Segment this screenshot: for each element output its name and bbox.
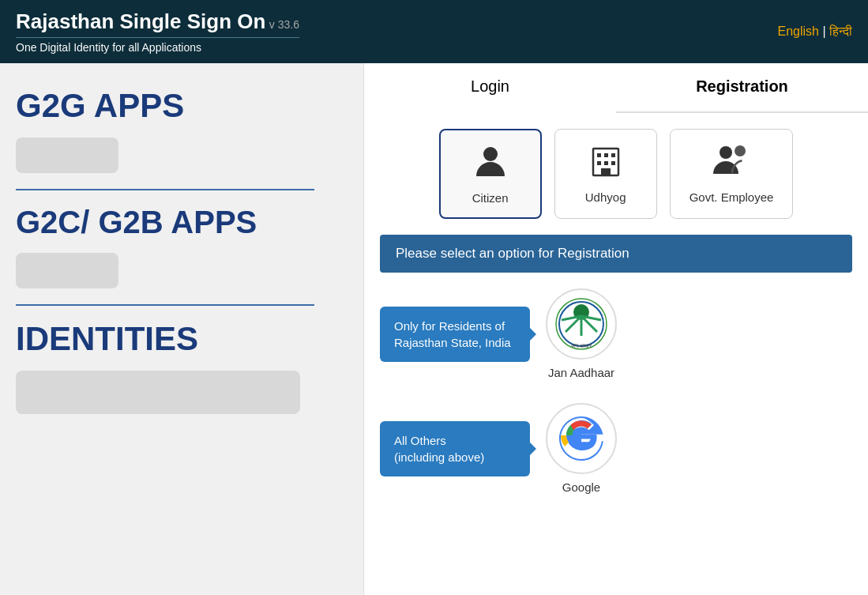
login-option-udhyog[interactable]: Udhyog	[554, 129, 657, 219]
google-tooltip-btn[interactable]: All Others(including above)	[380, 421, 530, 476]
tab-registration[interactable]: Registration	[616, 63, 868, 111]
section-divider-1	[16, 189, 314, 190]
svg-point-9	[720, 146, 732, 159]
citizen-label: Citizen	[460, 191, 521, 205]
section-divider-2	[16, 304, 314, 306]
language-switcher: English | हिन्दी	[777, 24, 852, 39]
registration-banner: Please select an option for Registration	[380, 235, 852, 273]
svg-rect-6	[604, 161, 608, 165]
svg-rect-3	[604, 153, 608, 157]
svg-point-10	[735, 145, 746, 156]
login-options: Citizen Udhyog	[364, 113, 868, 235]
google-label: Google	[562, 480, 600, 494]
hindi-lang-link[interactable]: हिन्दी	[829, 24, 852, 38]
svg-rect-5	[597, 161, 601, 165]
g2g-apps-title: G2G APPS	[16, 87, 348, 125]
google-circle[interactable]: G	[546, 403, 617, 474]
svg-rect-8	[601, 168, 611, 175]
svg-point-0	[483, 147, 498, 161]
jan-aadhaar-row: Only for Residents ofRajasthan State, In…	[380, 288, 852, 379]
govt-employee-label: Govt. Employee	[690, 190, 774, 204]
tab-login[interactable]: Login	[364, 63, 616, 113]
g2c-placeholder-box	[16, 253, 118, 288]
tabs-container: Login Registration	[364, 63, 868, 113]
lang-separator: |	[822, 24, 825, 38]
identities-placeholder-box	[16, 371, 300, 414]
jan-aadhaar-option[interactable]: जन-आधार Jan Aadhaar	[546, 288, 617, 379]
main-container: G2G APPS G2C/ G2B APPS IDENTITIES Login …	[0, 63, 868, 595]
g2g-placeholder-box	[16, 137, 118, 173]
g2c-apps-title: G2C/ G2B APPS	[16, 205, 348, 240]
citizen-icon	[460, 143, 521, 185]
header-title: Rajasthan Single Sign On v 33.6	[16, 9, 299, 34]
jan-aadhaar-tooltip-text: Only for Residents ofRajasthan State, In…	[394, 319, 511, 349]
login-option-govt-employee[interactable]: Govt. Employee	[670, 129, 794, 219]
header-brand: Rajasthan Single Sign On v 33.6 One Digi…	[16, 9, 299, 54]
google-row: All Others(including above)	[380, 403, 852, 494]
jan-aadhaar-tooltip-btn[interactable]: Only for Residents ofRajasthan State, In…	[380, 307, 530, 362]
google-option[interactable]: G Google	[546, 403, 617, 494]
svg-rect-2	[597, 153, 601, 157]
right-panel: Login Registration Citizen	[363, 63, 868, 595]
govt-employee-icon	[690, 142, 774, 184]
udhyog-label: Udhyog	[574, 190, 637, 204]
english-lang-link[interactable]: English	[777, 24, 818, 38]
identities-title: IDENTITIES	[16, 320, 348, 358]
google-tooltip-text: All Others(including above)	[394, 434, 484, 464]
header: Rajasthan Single Sign On v 33.6 One Digi…	[0, 0, 868, 63]
login-option-citizen[interactable]: Citizen	[439, 129, 542, 219]
registration-options: Only for Residents ofRajasthan State, In…	[364, 273, 868, 533]
svg-text:जन-आधार: जन-आधार	[570, 343, 592, 348]
svg-rect-7	[611, 161, 615, 165]
jan-aadhaar-circle[interactable]: जन-आधार	[546, 288, 617, 360]
header-subtitle: One Digital Identity for all Application…	[16, 37, 299, 54]
left-panel: G2G APPS G2C/ G2B APPS IDENTITIES	[0, 63, 363, 595]
jan-aadhaar-label: Jan Aadhaar	[548, 366, 614, 379]
udhyog-icon	[574, 142, 637, 184]
svg-rect-4	[611, 153, 615, 157]
